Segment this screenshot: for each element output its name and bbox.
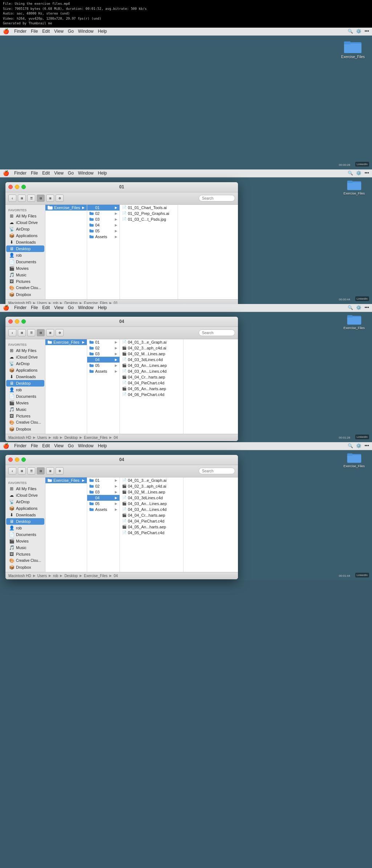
col-item-w2-f10[interactable]: 📄04_06_PieChart.c4d [120, 392, 183, 397]
col-item-w3-f5[interactable]: 🎬04_03_An...Lines.aep [120, 501, 183, 507]
sidebar-creative-2[interactable]: 🎨Creative Clou... [6, 419, 44, 426]
col-item-w3-04[interactable]: 04▶ [87, 495, 120, 501]
desktop-folder-exercise-files[interactable]: Exercise_Files [341, 39, 365, 59]
col-item-w3-02[interactable]: 02▶ [87, 483, 120, 489]
sidebar-desktop[interactable]: 🖥Desktop [6, 245, 44, 252]
col-item-w2-f8[interactable]: 📄04_04_PieChart.c4d [120, 380, 183, 386]
control-center-icon[interactable]: ⚙️ [356, 29, 361, 34]
apple-menu-2[interactable]: 🍎 [3, 170, 9, 176]
col-item-w2-f7[interactable]: 🎬04_04_Cr...harts.aep [120, 374, 183, 380]
edit-menu-4[interactable]: Edit [42, 443, 50, 448]
go-menu-2[interactable]: Go [68, 171, 74, 176]
sidebar-rob-3[interactable]: 👤rob [6, 525, 44, 531]
sidebar-documents[interactable]: 📄Documents [6, 259, 44, 265]
close-button-3[interactable] [8, 457, 13, 462]
sidebar-downloads[interactable]: ⬇Downloads [6, 239, 44, 245]
sidebar-airdrop-2[interactable]: 📡AirDrop [6, 360, 44, 367]
view-btn-3b[interactable]: ☰ [27, 467, 35, 475]
edit-menu[interactable]: Edit [42, 29, 50, 34]
sidebar-all-files[interactable]: ⊞All My Files [6, 213, 44, 219]
view-btn-2a[interactable]: ⊞ [18, 329, 26, 336]
view-btn-3d[interactable]: ⊞ [46, 467, 54, 475]
col-item-05[interactable]: 05 ▶ [87, 228, 120, 234]
sidebar-rob[interactable]: 👤rob [6, 252, 44, 259]
view-btn-3a[interactable]: ⊞ [18, 467, 26, 475]
col-item-03[interactable]: 03 ▶ [87, 216, 120, 222]
col-item-w2-f6[interactable]: 📄04_03_An...Lines.c4d [120, 368, 183, 374]
sidebar-all-files-3[interactable]: ⊞All My Files [6, 485, 44, 492]
more-icon-4[interactable]: ••• [364, 443, 369, 448]
col-item-04[interactable]: 04 ▶ [87, 222, 120, 228]
col-item-w2-f2[interactable]: 🎬04_02_3...aph_c4d.ai [120, 345, 183, 351]
close-button-1[interactable] [8, 185, 13, 189]
col-item-exercise-files-3[interactable]: Exercise_Files ▶ [45, 477, 87, 483]
finder-menu[interactable]: Finder [14, 29, 27, 34]
col-item-w3-f4[interactable]: 📄04_03_3dLines.c4d [120, 495, 183, 501]
sidebar-downloads-3[interactable]: ⬇Downloads [6, 512, 44, 518]
minimize-button-3[interactable] [15, 457, 19, 462]
control-icon-4[interactable]: ⚙️ [356, 443, 361, 448]
col-item-w3-f6[interactable]: 📄04_03_An...Lines.c4d [120, 507, 183, 512]
col-item-exercise-files-2[interactable]: Exercise_Files ▶ [45, 339, 87, 345]
col-item-w3-f2[interactable]: 🎬04_02_3...aph_c4d.ai [120, 483, 183, 489]
minimize-button-1[interactable] [15, 185, 19, 189]
minimize-button-2[interactable] [15, 319, 19, 324]
sidebar-documents-2[interactable]: 📄Documents [6, 393, 44, 400]
view-menu-3[interactable]: View [54, 305, 64, 310]
finder-menu-3[interactable]: Finder [14, 305, 27, 310]
col-item-file-01-01[interactable]: 📄 01_01_Chart_Tools.ai [120, 205, 178, 211]
search-input-2[interactable] [199, 329, 235, 336]
search-icon-2[interactable]: 🔍 [348, 171, 353, 176]
edit-menu-3[interactable]: Edit [42, 305, 50, 310]
col-item-w2-f1[interactable]: 📄04_01_3...e_Graph.ai [120, 339, 183, 345]
desktop-icon-3[interactable]: Exercise_Files [343, 313, 365, 330]
sidebar-apps[interactable]: 📦Applications [6, 232, 44, 239]
control-icon-2[interactable]: ⚙️ [356, 171, 361, 176]
sidebar-all-files-2[interactable]: ⊞All My Files [6, 347, 44, 354]
col-item-w3-f1[interactable]: 📄04_01_3...e_Graph.ai [120, 477, 183, 483]
sidebar-airdrop[interactable]: 📡AirDrop [6, 226, 44, 232]
col-item-w2-assets[interactable]: Assets▶ [87, 368, 120, 374]
sidebar-dropbox[interactable]: 📦Dropbox [6, 291, 44, 298]
view-btn-2c[interactable]: ⊟ [37, 329, 45, 336]
back-button-1[interactable]: ‹ [8, 195, 16, 202]
go-menu[interactable]: Go [68, 29, 74, 34]
col-item-w2-05[interactable]: 05▶ [87, 363, 120, 368]
sidebar-pictures[interactable]: 🖼Pictures [6, 278, 44, 285]
sidebar-icloud-2[interactable]: ☁iCloud Drive [6, 354, 44, 360]
view-btn-1c[interactable]: ⊟ [37, 195, 45, 202]
more-icon-3[interactable]: ••• [364, 305, 369, 310]
col-item-01[interactable]: 01 ▶ [87, 205, 120, 211]
sidebar-pictures-3[interactable]: 🖼Pictures [6, 551, 44, 557]
col-item-w3-03[interactable]: 03▶ [87, 489, 120, 495]
sidebar-music[interactable]: 🎵Music [6, 272, 44, 278]
action-btn-1[interactable]: ⚙ [56, 195, 64, 202]
apple-menu[interactable]: 🍎 [3, 28, 9, 34]
maximize-button-2[interactable] [21, 319, 26, 324]
go-menu-3[interactable]: Go [68, 305, 74, 310]
col-item-w3-f3[interactable]: 🎬04_02_M...Lines.aep [120, 489, 183, 495]
apple-menu-3[interactable]: 🍎 [3, 305, 9, 311]
search-icon-3[interactable]: 🔍 [348, 305, 353, 310]
col-item-w2-02[interactable]: 02▶ [87, 345, 120, 351]
help-menu-4[interactable]: Help [98, 443, 107, 448]
col-item-w2-f3[interactable]: 🎬04_02_M...Lines.aep [120, 351, 183, 357]
window-menu-3[interactable]: Window [78, 305, 94, 310]
col-item-w3-05[interactable]: 05▶ [87, 501, 120, 507]
back-button-2[interactable]: ‹ [8, 329, 16, 336]
col-item-w3-f10[interactable]: 📄04_05_PieChart.c4d [120, 530, 183, 536]
search-icon-4[interactable]: 🔍 [348, 443, 353, 448]
view-btn-3c[interactable]: ⊟ [37, 467, 45, 475]
view-btn-1b[interactable]: ☰ [27, 195, 35, 202]
col-item-w2-03[interactable]: 03▶ [87, 351, 120, 357]
sidebar-documents-3[interactable]: 📄Documents [6, 531, 44, 538]
control-icon-3[interactable]: ⚙️ [356, 305, 361, 310]
close-button-2[interactable] [8, 319, 13, 324]
sidebar-movies-3[interactable]: 🎬Movies [6, 538, 44, 544]
help-menu-2[interactable]: Help [98, 171, 107, 176]
col-item-file-01-03[interactable]: 📄 01_03_C...t_Psds.jpg [120, 216, 178, 222]
action-btn-2[interactable]: ⚙ [56, 329, 64, 336]
sidebar-airdrop-3[interactable]: 📡AirDrop [6, 499, 44, 505]
view-menu-2[interactable]: View [54, 171, 64, 176]
sidebar-music-2[interactable]: 🎵Music [6, 406, 44, 413]
